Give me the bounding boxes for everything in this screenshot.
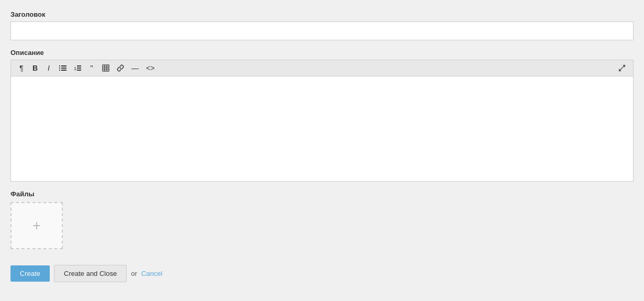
title-input[interactable] [10,21,634,40]
actions-row: Create Create and Close or Cancel [10,260,634,282]
svg-rect-4 [59,70,60,71]
description-group: Описание ¶ B I 1. " — <> [10,49,634,182]
cancel-link[interactable]: Cancel [141,270,162,277]
ordered-list-btn[interactable]: 1. [71,62,84,74]
italic-btn[interactable]: I [42,62,55,74]
paragraph-btn[interactable]: ¶ [15,62,28,74]
title-group: Заголовок [10,10,634,40]
svg-line-17 [619,65,625,71]
unordered-list-btn[interactable] [56,62,70,74]
svg-rect-8 [77,68,81,69]
hr-btn[interactable]: — [128,62,142,74]
svg-rect-5 [61,70,66,71]
svg-rect-2 [59,68,60,69]
svg-rect-3 [61,68,66,69]
or-text: or [131,270,137,277]
svg-rect-10 [103,65,109,71]
file-upload-plus-icon: + [32,218,41,233]
files-section: Файлы + [10,190,634,249]
create-button[interactable]: Create [10,265,50,282]
svg-rect-1 [61,65,66,66]
title-label: Заголовок [10,10,634,18]
editor-toolbar: ¶ B I 1. " — <> [11,60,633,76]
svg-rect-0 [59,65,60,66]
blockquote-btn[interactable]: " [85,62,98,74]
create-and-close-button[interactable]: Create and Close [54,265,127,282]
expand-btn[interactable] [615,62,629,74]
editor-body[interactable] [11,76,633,181]
svg-rect-9 [77,70,81,71]
editor-container: ¶ B I 1. " — <> [10,60,634,182]
link-btn[interactable] [114,62,127,74]
file-upload-box[interactable]: + [10,202,63,249]
page-container: Заголовок Описание ¶ B I 1. " [0,0,644,301]
description-label: Описание [10,49,634,57]
code-btn[interactable]: <> [143,62,158,74]
files-label: Файлы [10,190,634,198]
svg-rect-7 [77,65,81,66]
bold-btn[interactable]: B [29,62,41,74]
table-btn[interactable] [99,62,113,74]
